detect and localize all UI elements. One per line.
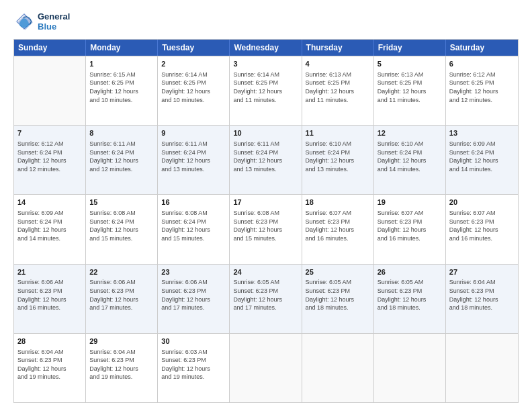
header-day-thursday: Thursday [302, 40, 374, 56]
calendar-day-22: 22Sunrise: 6:06 AMSunset: 6:23 PMDayligh… [86, 265, 158, 333]
calendar-day-21: 21Sunrise: 6:06 AMSunset: 6:23 PMDayligh… [14, 265, 86, 333]
day-number: 13 [449, 128, 515, 138]
day-number: 5 [378, 59, 442, 69]
calendar-empty-cell [446, 334, 518, 402]
day-number: 17 [233, 197, 298, 208]
calendar-day-14: 14Sunrise: 6:09 AMSunset: 6:24 PMDayligh… [14, 195, 86, 263]
cell-info: Sunrise: 6:03 AMSunset: 6:23 PMDaylight:… [161, 348, 226, 381]
calendar-day-19: 19Sunrise: 6:07 AMSunset: 6:23 PMDayligh… [374, 195, 446, 263]
calendar-week-3: 14Sunrise: 6:09 AMSunset: 6:24 PMDayligh… [14, 194, 518, 263]
header-day-monday: Monday [86, 40, 158, 56]
day-number: 24 [233, 267, 298, 277]
cell-info: Sunrise: 6:05 AMSunset: 6:23 PMDaylight:… [378, 278, 442, 312]
day-number: 21 [17, 267, 82, 277]
day-number: 27 [449, 267, 515, 277]
calendar-empty-cell [374, 334, 446, 402]
calendar-day-20: 20Sunrise: 6:07 AMSunset: 6:23 PMDayligh… [446, 195, 518, 263]
calendar-week-4: 21Sunrise: 6:06 AMSunset: 6:23 PMDayligh… [14, 264, 518, 333]
cell-info: Sunrise: 6:10 AMSunset: 6:24 PMDaylight:… [378, 140, 442, 173]
calendar-header-row: SundayMondayTuesdayWednesdayThursdayFrid… [14, 40, 518, 56]
calendar-day-27: 27Sunrise: 6:04 AMSunset: 6:23 PMDayligh… [446, 265, 518, 333]
cell-info: Sunrise: 6:04 AMSunset: 6:23 PMDaylight:… [17, 348, 82, 381]
calendar-day-2: 2Sunrise: 6:14 AMSunset: 6:25 PMDaylight… [158, 56, 230, 125]
day-number: 19 [378, 197, 442, 208]
calendar-day-18: 18Sunrise: 6:07 AMSunset: 6:23 PMDayligh… [302, 195, 374, 263]
header-day-tuesday: Tuesday [158, 40, 230, 56]
calendar-day-29: 29Sunrise: 6:04 AMSunset: 6:23 PMDayligh… [86, 334, 158, 402]
calendar-day-9: 9Sunrise: 6:11 AMSunset: 6:24 PMDaylight… [158, 126, 230, 194]
calendar-day-17: 17Sunrise: 6:08 AMSunset: 6:23 PMDayligh… [230, 195, 302, 263]
cell-info: Sunrise: 6:06 AMSunset: 6:23 PMDaylight:… [161, 278, 226, 312]
calendar-day-15: 15Sunrise: 6:08 AMSunset: 6:24 PMDayligh… [86, 195, 158, 263]
cell-info: Sunrise: 6:11 AMSunset: 6:24 PMDaylight:… [89, 140, 154, 173]
header-day-wednesday: Wednesday [230, 40, 302, 56]
calendar-day-7: 7Sunrise: 6:12 AMSunset: 6:24 PMDaylight… [14, 126, 86, 194]
cell-info: Sunrise: 6:04 AMSunset: 6:23 PMDaylight:… [89, 348, 154, 381]
day-number: 2 [161, 59, 226, 69]
calendar-day-11: 11Sunrise: 6:10 AMSunset: 6:24 PMDayligh… [302, 126, 374, 194]
cell-info: Sunrise: 6:08 AMSunset: 6:24 PMDaylight:… [161, 209, 226, 242]
cell-info: Sunrise: 6:14 AMSunset: 6:25 PMDaylight:… [233, 71, 298, 104]
calendar-week-2: 7Sunrise: 6:12 AMSunset: 6:24 PMDaylight… [14, 125, 518, 194]
day-number: 25 [306, 267, 370, 277]
cell-info: Sunrise: 6:15 AMSunset: 6:25 PMDaylight:… [89, 71, 154, 104]
cell-info: Sunrise: 6:13 AMSunset: 6:25 PMDaylight:… [306, 71, 370, 104]
cell-info: Sunrise: 6:07 AMSunset: 6:23 PMDaylight:… [378, 209, 442, 242]
calendar-day-28: 28Sunrise: 6:04 AMSunset: 6:23 PMDayligh… [14, 334, 86, 402]
day-number: 30 [161, 336, 226, 347]
day-number: 12 [378, 128, 442, 138]
cell-info: Sunrise: 6:05 AMSunset: 6:23 PMDaylight:… [306, 278, 370, 312]
calendar: SundayMondayTuesdayWednesdayThursdayFrid… [13, 39, 519, 403]
calendar-day-12: 12Sunrise: 6:10 AMSunset: 6:24 PMDayligh… [374, 126, 446, 194]
cell-info: Sunrise: 6:06 AMSunset: 6:23 PMDaylight:… [17, 278, 82, 312]
cell-info: Sunrise: 6:08 AMSunset: 6:23 PMDaylight:… [233, 209, 298, 242]
day-number: 9 [161, 128, 226, 138]
calendar-empty-cell [230, 334, 302, 402]
calendar-week-5: 28Sunrise: 6:04 AMSunset: 6:23 PMDayligh… [14, 333, 518, 402]
calendar-body: 1Sunrise: 6:15 AMSunset: 6:25 PMDaylight… [14, 56, 518, 402]
calendar-day-16: 16Sunrise: 6:08 AMSunset: 6:24 PMDayligh… [158, 195, 230, 263]
day-number: 7 [17, 128, 82, 138]
calendar-day-23: 23Sunrise: 6:06 AMSunset: 6:23 PMDayligh… [158, 265, 230, 333]
day-number: 15 [89, 197, 154, 208]
day-number: 22 [89, 267, 154, 277]
calendar-empty-cell [302, 334, 374, 402]
day-number: 4 [306, 59, 370, 69]
logo-text: General Blue [38, 11, 70, 32]
cell-info: Sunrise: 6:13 AMSunset: 6:25 PMDaylight:… [378, 71, 442, 104]
day-number: 6 [449, 59, 515, 69]
calendar-day-6: 6Sunrise: 6:12 AMSunset: 6:25 PMDaylight… [446, 56, 518, 125]
day-number: 14 [17, 197, 82, 208]
day-number: 10 [233, 128, 298, 138]
cell-info: Sunrise: 6:14 AMSunset: 6:25 PMDaylight:… [161, 71, 226, 104]
calendar-day-30: 30Sunrise: 6:03 AMSunset: 6:23 PMDayligh… [158, 334, 230, 402]
calendar-day-1: 1Sunrise: 6:15 AMSunset: 6:25 PMDaylight… [86, 56, 158, 125]
cell-info: Sunrise: 6:09 AMSunset: 6:24 PMDaylight:… [17, 209, 82, 242]
calendar-day-5: 5Sunrise: 6:13 AMSunset: 6:25 PMDaylight… [374, 56, 446, 125]
calendar-empty-cell [14, 56, 86, 125]
cell-info: Sunrise: 6:09 AMSunset: 6:24 PMDaylight:… [449, 140, 515, 173]
calendar-day-4: 4Sunrise: 6:13 AMSunset: 6:25 PMDaylight… [302, 56, 374, 125]
cell-info: Sunrise: 6:07 AMSunset: 6:23 PMDaylight:… [449, 209, 515, 242]
cell-info: Sunrise: 6:08 AMSunset: 6:24 PMDaylight:… [89, 209, 154, 242]
header: General Blue [13, 11, 519, 32]
day-number: 18 [306, 197, 370, 208]
cell-info: Sunrise: 6:11 AMSunset: 6:24 PMDaylight:… [233, 140, 298, 173]
calendar-day-26: 26Sunrise: 6:05 AMSunset: 6:23 PMDayligh… [374, 265, 446, 333]
logo: General Blue [13, 11, 70, 32]
day-number: 16 [161, 197, 226, 208]
header-day-sunday: Sunday [14, 40, 86, 56]
calendar-day-13: 13Sunrise: 6:09 AMSunset: 6:24 PMDayligh… [446, 126, 518, 194]
calendar-day-10: 10Sunrise: 6:11 AMSunset: 6:24 PMDayligh… [230, 126, 302, 194]
header-day-friday: Friday [374, 40, 446, 56]
day-number: 28 [17, 336, 82, 347]
day-number: 1 [89, 59, 154, 69]
cell-info: Sunrise: 6:12 AMSunset: 6:25 PMDaylight:… [449, 71, 515, 104]
calendar-day-24: 24Sunrise: 6:05 AMSunset: 6:23 PMDayligh… [230, 265, 302, 333]
page: General Blue SundayMondayTuesdayWednesda… [0, 0, 532, 411]
cell-info: Sunrise: 6:10 AMSunset: 6:24 PMDaylight:… [306, 140, 370, 173]
calendar-day-3: 3Sunrise: 6:14 AMSunset: 6:25 PMDaylight… [230, 56, 302, 125]
cell-info: Sunrise: 6:11 AMSunset: 6:24 PMDaylight:… [161, 140, 226, 173]
day-number: 29 [89, 336, 154, 347]
day-number: 26 [378, 267, 442, 277]
